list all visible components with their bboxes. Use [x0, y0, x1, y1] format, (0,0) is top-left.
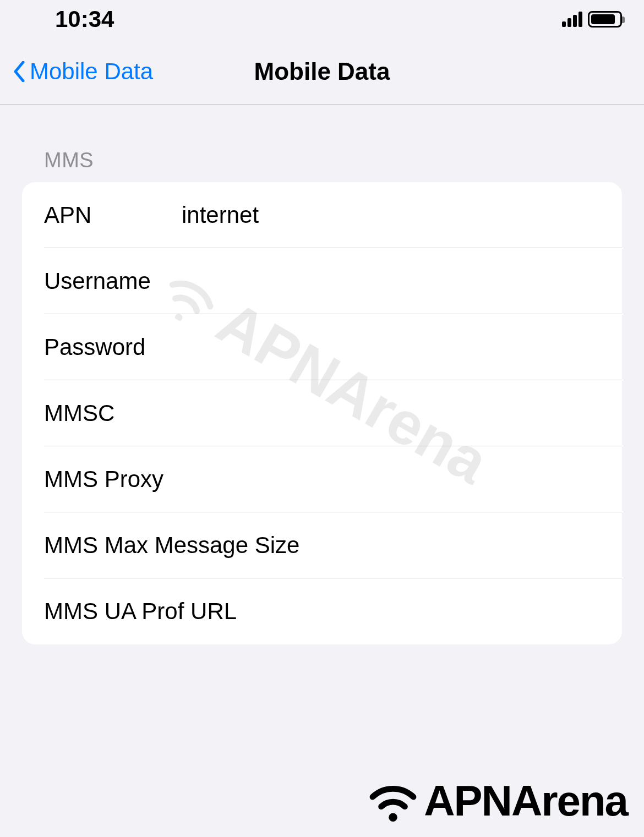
row-mmsc[interactable]: MMSC — [22, 380, 622, 446]
label-apn: APN — [44, 202, 182, 228]
section-header-mms: MMS — [44, 149, 622, 172]
input-password[interactable] — [182, 334, 600, 360]
label-username: Username — [44, 268, 182, 294]
status-icons — [562, 11, 622, 28]
navigation-bar: Mobile Data Mobile Data — [0, 39, 644, 105]
label-password: Password — [44, 334, 182, 360]
label-mms-proxy: MMS Proxy — [44, 466, 163, 493]
label-mmsc: MMSC — [44, 400, 182, 426]
mms-settings-group: APN Username Password MMSC MMS Proxy MMS… — [22, 182, 622, 644]
row-password[interactable]: Password — [22, 314, 622, 380]
row-mms-proxy[interactable]: MMS Proxy — [22, 446, 622, 512]
input-mms-ua-prof[interactable] — [237, 598, 600, 625]
back-label: Mobile Data — [30, 58, 153, 85]
label-mms-max-size: MMS Max Message Size — [44, 532, 299, 559]
label-mms-ua-prof: MMS UA Prof URL — [44, 598, 237, 625]
input-mms-max-size[interactable] — [299, 532, 600, 559]
input-apn[interactable] — [182, 202, 600, 228]
back-button[interactable]: Mobile Data — [13, 58, 153, 85]
row-mms-max-size[interactable]: MMS Max Message Size — [22, 512, 622, 578]
row-mms-ua-prof[interactable]: MMS UA Prof URL — [22, 578, 622, 644]
battery-icon — [588, 11, 622, 28]
footer-brand: APNArena — [365, 776, 627, 826]
wifi-icon — [365, 780, 421, 823]
input-mmsc[interactable] — [182, 400, 600, 426]
row-apn[interactable]: APN — [22, 182, 622, 248]
chevron-left-icon — [13, 61, 25, 82]
row-username[interactable]: Username — [22, 248, 622, 314]
cellular-signal-icon — [562, 12, 582, 27]
status-bar: 10:34 — [0, 0, 644, 39]
input-username[interactable] — [182, 268, 600, 294]
status-time: 10:34 — [55, 6, 114, 32]
input-mms-proxy[interactable] — [163, 466, 600, 493]
svg-point-0 — [389, 813, 397, 822]
footer-brand-text: APNArena — [424, 776, 627, 826]
